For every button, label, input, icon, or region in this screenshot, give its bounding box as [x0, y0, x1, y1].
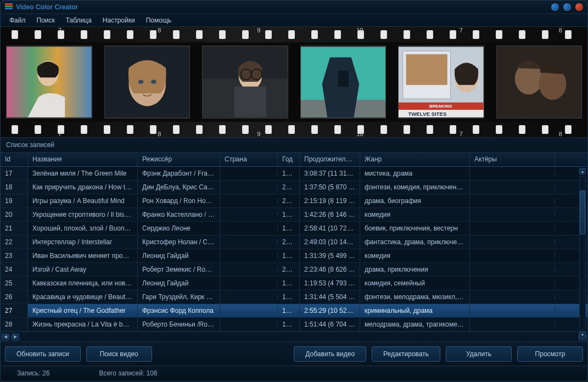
scroll-track[interactable] [579, 176, 586, 330]
cell-title: Жизнь прекрасна / La Vita è bella [28, 318, 138, 331]
cell-id: 19 [1, 194, 28, 207]
scrollbar-vertical[interactable]: ▲ ▼ [579, 168, 586, 338]
table-row[interactable]: 19Игры разума / A Beautiful MindРон Хова… [1, 194, 587, 208]
cell-country [220, 308, 278, 313]
film-frame-4[interactable] [300, 46, 387, 119]
add-video-button[interactable]: Добавить видео [294, 346, 366, 362]
cell-id: 28 [1, 318, 28, 331]
column-title[interactable]: Название [28, 153, 138, 166]
column-director[interactable]: Режиссёр [138, 153, 220, 166]
film-frame-1[interactable] [6, 46, 92, 119]
menu-search[interactable]: Поиск [32, 15, 59, 26]
statusbar: Запись: 26 Всего записей: 106 [1, 366, 587, 380]
cell-country [220, 322, 278, 327]
cell-id: 23 [1, 249, 28, 262]
search-video-button[interactable]: Поиск видео [86, 346, 152, 362]
cell-country [220, 198, 278, 204]
table-body: 17Зелёная миля / The Green MileФрэнк Дар… [1, 167, 587, 332]
cell-actors [470, 267, 555, 272]
cell-genre: фантастика, драма, приключения [360, 235, 470, 249]
cell-title: Укрощение строптивого / Il bisbetico dom… [28, 208, 138, 221]
menu-settings[interactable]: Настройки [98, 15, 139, 26]
column-actors[interactable]: Актёры [470, 153, 555, 166]
cell-duration: 1:19:53 (4 793 сек) [300, 277, 360, 290]
cell-id: 24 [1, 263, 28, 276]
table-row[interactable]: 25Кавказская пленница, или новые приключ… [1, 277, 587, 290]
cell-title: Кавказская пленница, или новые приключен… [28, 277, 138, 290]
cell-country [220, 171, 278, 176]
cell-actors [470, 253, 555, 259]
column-year[interactable]: Год [278, 153, 300, 166]
delete-button[interactable]: Удалить [446, 346, 512, 362]
film-frame-6[interactable] [496, 46, 583, 119]
cell-duration: 2:55:29 (10 529 сек) [300, 304, 360, 317]
svg-rect-12 [234, 87, 266, 117]
table-row[interactable]: 23Иван Васильевич меняет профессиюЛеонид… [1, 249, 587, 263]
table-row[interactable]: 24Изгой / Cast AwayРоберт Земекис / Robe… [1, 263, 587, 277]
film-frame-5[interactable]: BREAKINGTWELVE SITES [398, 46, 484, 119]
cell-duration: 2:58:41 (10 721 сек) [300, 222, 360, 235]
table-row[interactable]: 17Зелёная миля / The Green MileФрэнк Дар… [1, 167, 587, 181]
cell-year: 1967 [278, 277, 300, 290]
column-id[interactable]: Id [1, 153, 28, 166]
cell-country [220, 280, 278, 286]
scroll-left-arrow-icon[interactable]: ◀ [2, 334, 9, 340]
cell-director: Фрэнк Дарабонт / Frank Darabont [138, 167, 220, 180]
table-row[interactable]: 27Крестный отец / The GodfatherФрэнсис Ф… [1, 304, 587, 318]
app-icon [5, 3, 13, 11]
scroll-down-arrow-icon[interactable]: ▼ [579, 332, 586, 338]
table-row[interactable]: 21Хороший, плохой, злой / Buono, il brut… [1, 222, 587, 235]
table-row[interactable]: 22Интерстеллар / InterstellarКристофер Н… [1, 235, 587, 249]
cell-director: Роберт Земекис / Robert Zemeckis [138, 263, 220, 276]
cell-id: 26 [1, 290, 28, 304]
scroll-right-arrow-icon[interactable]: ▶ [12, 334, 19, 340]
filmstrip-numbers-top: 78 910 78 [1, 27, 587, 33]
view-button[interactable]: Просмотр [517, 346, 583, 362]
cell-genre: комедия [360, 208, 470, 221]
cell-director: Франко Кастеллано / Franco Castellano [138, 208, 220, 221]
refresh-button[interactable]: Обновить записи [5, 346, 81, 362]
cell-director: Леонид Гайдай [138, 277, 220, 290]
cell-title: Как приручить дракона / How to Train You… [28, 181, 138, 194]
cell-director: Рон Ховард / Ron Howard [138, 194, 220, 207]
cell-duration: 2:15:19 (8 119 сек) [300, 194, 360, 207]
cell-year: 1980 [278, 208, 300, 221]
edit-button[interactable]: Редактировать [372, 346, 440, 362]
cell-country [220, 294, 278, 300]
cell-id: 21 [1, 222, 28, 235]
column-duration[interactable]: Продолжительность [300, 153, 360, 166]
cell-actors [470, 171, 555, 176]
menu-help[interactable]: Помощь [142, 15, 176, 26]
menu-file[interactable]: Файл [5, 15, 30, 26]
film-frame-2[interactable] [104, 46, 191, 119]
cell-actors [470, 280, 555, 286]
cell-director: Леонид Гайдай [138, 249, 220, 262]
column-genre[interactable]: Жанр [360, 153, 470, 166]
cell-title: Хороший, плохой, злой / Buono, il brutto… [28, 222, 138, 235]
menu-table[interactable]: Таблица [61, 15, 96, 26]
minimize-button[interactable] [551, 3, 559, 11]
cell-year: 1999 [278, 167, 300, 180]
scroll-thumb[interactable] [580, 190, 585, 234]
column-country[interactable]: Страна [220, 153, 278, 166]
maximize-button[interactable] [563, 3, 571, 11]
scroll-up-arrow-icon[interactable]: ▲ [579, 168, 586, 175]
table-row[interactable]: 26Красавица и чудовище / Beauty and the … [1, 290, 587, 304]
cell-country [220, 253, 278, 259]
cell-actors [470, 184, 555, 190]
table-row[interactable]: 18Как приручить дракона / How to Train Y… [1, 181, 587, 194]
cell-genre: боевик, приключения, вестерн [360, 222, 470, 235]
cell-duration: 1:42:26 (6 146 сек) [300, 208, 360, 221]
cell-year: 2010 [278, 181, 300, 194]
table-row[interactable]: 20Укрощение строптивого / Il bisbetico d… [1, 208, 587, 222]
table-row[interactable]: 28Жизнь прекрасна / La Vita è bellaРобер… [1, 318, 587, 332]
cell-actors [470, 308, 555, 313]
close-button[interactable] [575, 3, 583, 11]
cell-country [220, 212, 278, 217]
film-frame-3[interactable] [202, 46, 288, 119]
cell-id: 17 [1, 167, 28, 180]
cell-country [220, 184, 278, 190]
records-table: Id Название Режиссёр Страна Год Продолжи… [1, 153, 587, 341]
cell-duration: 1:37:50 (5 870 сек) [300, 181, 360, 194]
svg-text:TWELVE SITES: TWELVE SITES [408, 111, 447, 117]
